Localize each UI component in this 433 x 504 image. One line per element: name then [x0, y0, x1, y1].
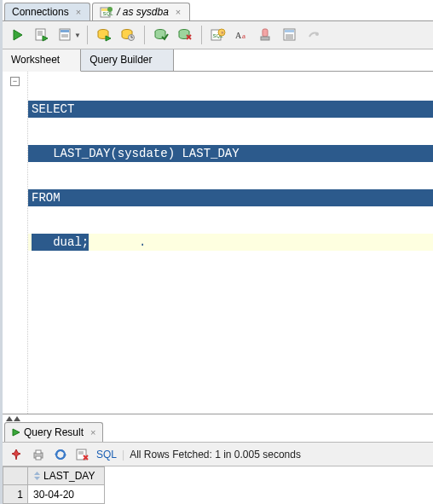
close-icon[interactable]: ×: [90, 427, 95, 437]
svg-point-37: [315, 32, 319, 36]
tab-query-result-label: Query Result: [24, 426, 84, 438]
table-row[interactable]: 1 30-04-20: [3, 485, 433, 504]
svg-marker-50: [34, 477, 40, 480]
refresh-button[interactable]: [52, 446, 69, 463]
sql-code[interactable]: SELECT LAST_DAY(sysdate) LAST_DAY FROM d…: [28, 72, 433, 414]
sort-icon: [33, 471, 41, 481]
svg-rect-11: [61, 30, 69, 32]
column-label: LAST_DAY: [43, 470, 95, 482]
grid-corner[interactable]: [3, 466, 28, 485]
svg-text:SQL: SQL: [103, 11, 114, 16]
svg-marker-4: [14, 30, 22, 40]
svg-text:a: a: [242, 32, 245, 40]
fetch-status: All Rows Fetched: 1 in 0.005 seconds: [130, 449, 301, 461]
main-toolbar: ▼ SQL✶ Aa: [3, 20, 433, 49]
sql-history-button[interactable]: [280, 25, 300, 45]
svg-text:✶: ✶: [220, 30, 225, 36]
print-button[interactable]: [30, 446, 47, 463]
autotrace-button[interactable]: [94, 25, 114, 45]
run-icon: [12, 428, 20, 437]
run-script-button[interactable]: [32, 25, 52, 45]
code-line: dual; .: [28, 234, 433, 251]
worksheet-tabs: Worksheet Query Builder: [3, 49, 433, 72]
svg-rect-40: [36, 450, 41, 454]
connection-tabs: Connections × SQL / as sysdba ×: [3, 0, 433, 20]
tab-connections[interactable]: Connections ×: [4, 3, 90, 20]
to-upper-button[interactable]: Aa: [232, 25, 252, 45]
svg-marker-43: [63, 453, 66, 455]
chevron-down-icon: ▼: [74, 32, 81, 39]
tab-query-builder[interactable]: Query Builder: [81, 49, 173, 71]
row-number: 1: [3, 485, 28, 504]
code-line: FROM: [28, 189, 433, 206]
unshared-worksheet-button[interactable]: SQL✶: [208, 25, 228, 45]
tab-worksheet[interactable]: Worksheet: [3, 49, 81, 72]
grid-header: LAST_DAY: [3, 466, 433, 485]
svg-rect-31: [261, 37, 269, 40]
result-grid: LAST_DAY 1 30-04-20: [3, 466, 433, 504]
disabled-button: [303, 25, 324, 45]
explain-plan-dropdown[interactable]: ▼: [55, 25, 81, 45]
close-icon[interactable]: ×: [76, 7, 81, 17]
splitter-handle-icon: [6, 416, 20, 421]
svg-rect-33: [285, 30, 294, 32]
pin-button[interactable]: [8, 446, 25, 463]
tab-connections-label: Connections: [12, 6, 69, 18]
svg-marker-38: [13, 429, 20, 436]
svg-rect-41: [36, 456, 41, 460]
code-line: LAST_DAY(sysdate) LAST_DAY: [28, 145, 433, 162]
code-line: SELECT: [28, 101, 433, 118]
sql-link[interactable]: SQL: [96, 449, 117, 461]
tab-active-connection[interactable]: SQL / as sysdba ×: [92, 3, 190, 20]
sql-editor[interactable]: − SELECT LAST_DAY(sysdate) LAST_DAY FROM…: [3, 72, 433, 414]
tab-query-result[interactable]: Query Result ×: [4, 422, 103, 442]
editor-gutter: −: [3, 72, 28, 414]
commit-button[interactable]: [151, 25, 171, 45]
close-icon[interactable]: ×: [176, 7, 181, 17]
result-tabs: Query Result ×: [3, 422, 433, 443]
svg-marker-49: [34, 472, 40, 475]
tab-active-label: / as sysdba: [117, 6, 169, 18]
svg-text:A: A: [235, 31, 242, 40]
svg-rect-30: [263, 29, 268, 37]
delete-button[interactable]: [74, 446, 91, 463]
run-button[interactable]: [8, 25, 28, 45]
sql-tuning-button[interactable]: [118, 25, 138, 45]
column-header[interactable]: LAST_DAY: [28, 466, 105, 485]
grid-cell[interactable]: 30-04-20: [28, 485, 105, 504]
splitter[interactable]: [3, 414, 433, 422]
clear-button[interactable]: [256, 25, 276, 45]
fold-icon[interactable]: −: [10, 77, 20, 86]
sql-file-icon: SQL: [100, 6, 113, 18]
rollback-button[interactable]: [175, 25, 195, 45]
svg-point-3: [107, 7, 113, 12]
result-toolbar: SQL | All Rows Fetched: 1 in 0.005 secon…: [3, 443, 433, 466]
